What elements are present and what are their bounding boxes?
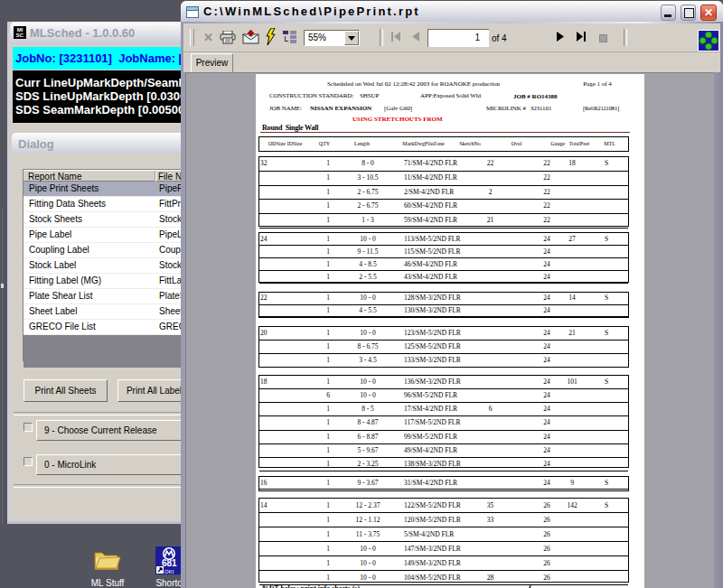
svg-text:OKI: OKI [164, 569, 174, 574]
svg-text:681: 681 [162, 558, 177, 568]
